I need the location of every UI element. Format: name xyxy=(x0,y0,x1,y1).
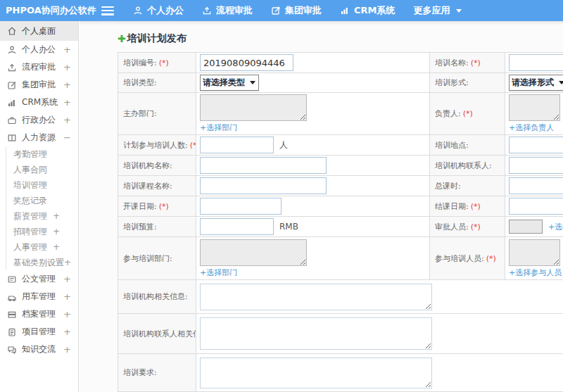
table-row: 培训课程名称: 总课时: xyxy=(118,176,563,196)
unit-label: 人 xyxy=(279,139,288,151)
archive-icon xyxy=(7,310,17,320)
sidebar-item-admin-office[interactable]: 行政办公 + xyxy=(0,111,78,129)
hamburger-menu-icon[interactable] xyxy=(101,6,114,15)
sidebar-subitem-training[interactable]: 培训管理 xyxy=(6,177,78,193)
nav-group-approval[interactable]: 集团审批 xyxy=(271,4,322,17)
sidebar-subitem-attendance[interactable]: 考勤管理 xyxy=(6,146,78,162)
sidebar-subitem-hr-contract[interactable]: 人事合同 xyxy=(6,162,78,177)
total-hours-input[interactable] xyxy=(509,177,563,194)
sidebar-item-official-docs[interactable]: 公文管理 + xyxy=(0,270,78,288)
table-row: 培训编号:(*) 培训名称:(*) xyxy=(118,53,563,73)
sidebar-item-knowledge[interactable]: 知识交流 + xyxy=(0,341,78,358)
field-label: 培训机构联系人相关信息: xyxy=(118,314,196,354)
org-info-textarea[interactable] xyxy=(200,284,432,310)
document-icon xyxy=(7,274,17,284)
table-row: 参与培训部门: +选择部门 参与培训人员:(*) +选择参与人员 xyxy=(118,237,563,280)
expand-plus-icon[interactable]: + xyxy=(63,80,71,90)
collapse-minus-icon[interactable]: − xyxy=(63,132,71,143)
nav-crm-system[interactable]: CRM系统 xyxy=(340,4,396,17)
select-leader-link[interactable]: +选择负责人 xyxy=(509,122,563,133)
training-name-input[interactable] xyxy=(509,54,563,71)
select-people-link[interactable]: +选择参与人员 xyxy=(509,267,563,278)
field-label: 培训预算: xyxy=(118,217,196,237)
field-label: 结课日期:(*) xyxy=(430,196,505,217)
org-contact-input[interactable] xyxy=(509,157,563,174)
expand-plus-icon[interactable]: + xyxy=(63,62,71,72)
expand-plus-icon[interactable]: + xyxy=(63,44,71,55)
select-dept-link[interactable]: +选择部门 xyxy=(200,267,426,278)
table-row: 培训预算: RMB 审批人员:(*) +选择审批人员 xyxy=(118,217,563,237)
location-input[interactable] xyxy=(509,137,563,153)
sidebar-item-personal-office[interactable]: 个人办公 + xyxy=(0,41,78,58)
expand-plus-icon[interactable]: + xyxy=(64,258,71,267)
leader-textarea[interactable] xyxy=(509,94,560,121)
home-icon xyxy=(7,26,17,36)
table-row: 开课日期:(*) 结课日期:(*) xyxy=(118,196,563,217)
requirement-textarea[interactable] xyxy=(200,358,432,388)
start-date-input[interactable] xyxy=(200,198,282,215)
expand-plus-icon[interactable]: + xyxy=(53,211,60,221)
upload-icon xyxy=(202,6,212,15)
car-icon xyxy=(7,292,17,302)
required-mark: (*) xyxy=(486,254,496,263)
main-content: ✚ 培训计划发布 培训编号:(*) 培训名称:(*) 培训类型: 请选择类型 培… xyxy=(80,21,563,392)
expand-plus-icon[interactable]: + xyxy=(63,309,71,320)
sidebar-item-human-resources[interactable]: 人力资源 − xyxy=(0,129,78,146)
chat-icon xyxy=(7,345,17,355)
join-people-textarea[interactable] xyxy=(509,239,560,266)
sidebar-subitem-personnel[interactable]: 人事管理+ xyxy=(6,239,78,255)
clipboard-icon xyxy=(7,327,17,337)
end-date-input[interactable] xyxy=(509,198,563,215)
sidebar-item-group-approval[interactable]: 集团审批 + xyxy=(0,76,78,94)
training-no-input[interactable] xyxy=(200,54,293,71)
chart-icon xyxy=(340,6,350,15)
top-bar: PHPOA协同办公软件 个人办公 流程审批 集团审批 CRM系统 更多应用 xyxy=(0,0,563,21)
sidebar-item-projects[interactable]: 项目管理 + xyxy=(0,323,78,341)
sidebar-item-workflow-approval[interactable]: 流程审批 + xyxy=(0,58,78,76)
select-dept-link[interactable]: +选择部门 xyxy=(200,122,426,133)
join-dept-textarea[interactable] xyxy=(200,239,307,266)
required-mark: (*) xyxy=(159,58,169,68)
org-name-input[interactable] xyxy=(200,157,327,174)
expand-plus-icon[interactable]: + xyxy=(63,274,71,284)
nav-personal-office[interactable]: 个人办公 xyxy=(133,4,184,17)
org-contact-info-textarea[interactable] xyxy=(200,317,432,350)
sidebar-item-archives[interactable]: 档案管理 + xyxy=(0,305,78,323)
course-name-input[interactable] xyxy=(200,177,327,194)
sidebar-item-personal-desktop[interactable]: 个人桌面 xyxy=(0,21,78,41)
planned-count-input[interactable] xyxy=(200,137,274,153)
sidebar-subitem-rewards[interactable]: 奖惩记录 xyxy=(6,193,78,208)
caret-down-icon xyxy=(250,81,255,84)
training-form-select[interactable]: 请选择形式 xyxy=(509,75,563,91)
sidebar-subitem-recruit[interactable]: 招聘管理+ xyxy=(6,224,78,239)
field-label: 主办部门: xyxy=(118,93,196,135)
required-mark: (*) xyxy=(471,58,481,68)
nav-workflow-approval[interactable]: 流程审批 xyxy=(202,4,253,17)
expand-plus-icon[interactable]: + xyxy=(63,97,71,108)
app-logo: PHPOA协同办公软件 xyxy=(0,4,97,17)
budget-input[interactable] xyxy=(200,218,274,235)
required-mark: (*) xyxy=(159,202,169,211)
table-row: 培训机构联系人相关信息: xyxy=(118,314,563,354)
required-mark: (*) xyxy=(463,109,473,118)
expand-plus-icon[interactable]: + xyxy=(53,242,60,252)
briefcase-icon xyxy=(7,115,17,125)
expand-plus-icon[interactable]: + xyxy=(63,291,71,302)
sidebar-item-crm-system[interactable]: CRM系统 + xyxy=(0,94,78,111)
host-dept-textarea[interactable] xyxy=(200,94,307,121)
expand-plus-icon[interactable]: + xyxy=(53,227,60,236)
sidebar-subitem-base-category[interactable]: 基础类别设置+ xyxy=(6,255,78,270)
caret-down-icon xyxy=(559,81,563,84)
training-type-select[interactable]: 请选择类型 xyxy=(200,75,259,91)
required-mark: (*) xyxy=(471,222,481,232)
nav-more-apps[interactable]: 更多应用 xyxy=(414,4,462,17)
sidebar-item-vehicle[interactable]: 用车管理 + xyxy=(0,288,78,305)
expand-plus-icon[interactable]: + xyxy=(63,327,71,337)
field-label: 培训机构名称: xyxy=(118,156,196,176)
sidebar-subitem-salary[interactable]: 薪资管理+ xyxy=(6,208,78,224)
field-label: 培训形式: xyxy=(430,73,505,93)
expand-plus-icon[interactable]: + xyxy=(63,344,71,355)
approver-input[interactable] xyxy=(509,220,543,234)
select-approver-link[interactable]: +选择审批人员 xyxy=(548,222,563,232)
expand-plus-icon[interactable]: + xyxy=(63,115,71,125)
